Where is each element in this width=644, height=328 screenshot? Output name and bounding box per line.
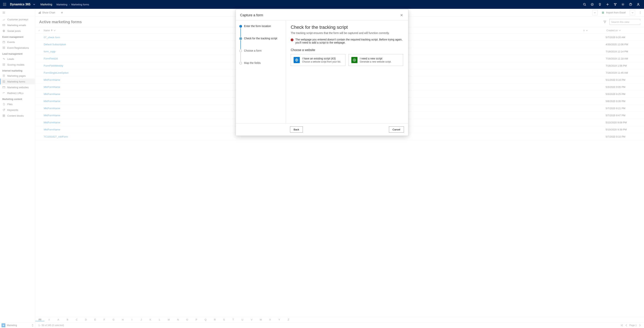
app-launcher-icon[interactable] (2, 1, 8, 8)
svg-point-8 (6, 5, 6, 6)
error-icon: ✕ (291, 38, 294, 41)
dialog-panel: Check for the tracking script The tracki… (286, 20, 408, 123)
svg-point-0 (3, 3, 4, 4)
svg-point-10 (591, 3, 593, 6)
brand-name[interactable]: Dynamics 365 (10, 3, 30, 6)
back-button[interactable]: Back (290, 126, 303, 132)
svg-point-7 (4, 5, 5, 6)
task-icon[interactable] (589, 1, 596, 8)
svg-point-1 (4, 3, 5, 4)
stepper-step: Choose a form (239, 49, 282, 62)
stepper-step: Enter the form location (239, 24, 282, 37)
step-bullet-icon (239, 37, 242, 40)
choose-label: Choose a website (291, 48, 403, 52)
area-label[interactable]: Marketing (40, 3, 52, 6)
step-label: Choose a form (244, 49, 262, 52)
panel-subheading: The tracking script ensures that the for… (291, 32, 403, 34)
option-desc: Choose a website script from your list. (302, 60, 341, 63)
stepper-step: Check for the tracking script (239, 37, 282, 49)
option-desc: Generate a new website script. (360, 60, 392, 63)
topbar-actions (581, 1, 642, 8)
plus-icon[interactable] (604, 1, 611, 8)
panel-heading: Check for the tracking script (291, 24, 403, 30)
globe-icon (294, 57, 300, 63)
svg-point-4 (4, 4, 5, 5)
plus-icon (351, 57, 358, 63)
modal-overlay: Capture a form Enter the form locationCh… (0, 9, 644, 328)
svg-point-9 (584, 3, 585, 5)
step-bullet-icon (239, 50, 242, 52)
breadcrumb-item[interactable]: Marketing (56, 3, 67, 6)
error-text: The webpage you entered doesn't contain … (295, 38, 403, 44)
website-option[interactable]: I have an existing script (43)Choose a w… (291, 54, 346, 66)
svg-point-13 (638, 3, 639, 4)
stepper: Enter the form locationCheck for the tra… (236, 20, 286, 123)
filter-icon[interactable] (612, 1, 619, 8)
website-option[interactable]: I need a new scriptGenerate a new websit… (348, 54, 403, 66)
step-label: Check for the tracking script (244, 37, 277, 40)
breadcrumb: Marketing › Marketing forms (56, 3, 89, 6)
svg-point-3 (3, 4, 4, 5)
step-bullet-icon (239, 62, 242, 64)
chevron-right-icon: › (69, 3, 70, 6)
close-icon[interactable] (399, 13, 404, 18)
option-title: I have an existing script (43) (302, 57, 341, 60)
stepper-step: Map the fields (239, 62, 282, 64)
user-icon[interactable] (635, 1, 642, 8)
step-bullet-icon (239, 25, 242, 28)
gear-icon[interactable] (620, 1, 626, 8)
svg-point-11 (622, 4, 623, 5)
svg-point-2 (6, 3, 6, 4)
help-icon[interactable] (627, 1, 634, 8)
option-title: I need a new script (360, 57, 392, 60)
lightbulb-icon[interactable] (596, 1, 603, 8)
breadcrumb-item[interactable]: Marketing forms (71, 3, 89, 6)
error-message: ✕ The webpage you entered doesn't contai… (291, 38, 403, 44)
topbar: Dynamics 365 Marketing Marketing › Marke… (0, 0, 644, 9)
step-label: Map the fields (244, 62, 261, 64)
svg-point-5 (6, 4, 6, 5)
cancel-button[interactable]: Cancel (389, 126, 404, 132)
chevron-down-icon[interactable] (33, 4, 35, 5)
search-icon[interactable] (581, 1, 588, 8)
dialog-title: Capture a form (240, 13, 263, 17)
svg-point-6 (3, 5, 4, 6)
step-label: Enter the form location (244, 24, 271, 28)
capture-form-dialog: Capture a form Enter the form locationCh… (236, 9, 408, 136)
